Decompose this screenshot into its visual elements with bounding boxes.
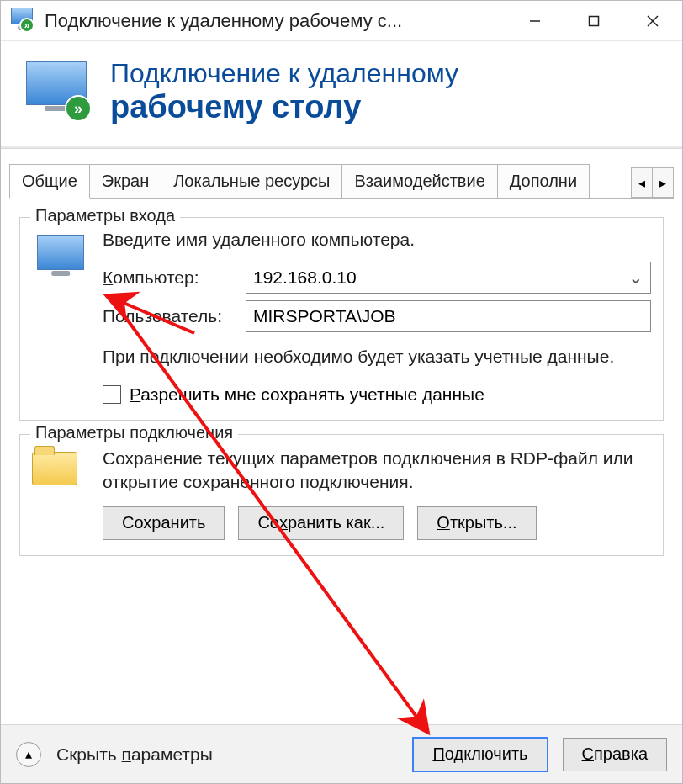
connect-button[interactable]: Подключить — [413, 738, 547, 771]
tab-general[interactable]: Общие — [9, 164, 90, 199]
help-button[interactable]: Справка — [563, 738, 667, 771]
tab-scroll-left-icon[interactable]: ◂ — [631, 167, 653, 198]
app-icon: » — [8, 6, 38, 36]
header-title: Подключение к удаленному рабочему столу — [110, 58, 458, 125]
chevron-down-icon: ⌄ — [628, 268, 643, 288]
svg-rect-1 — [590, 16, 599, 25]
login-group: Параметры входа Введите имя удаленного к… — [19, 217, 664, 420]
computer-combo[interactable]: 192.168.0.10 ⌄ — [246, 262, 651, 294]
maximize-button[interactable] — [564, 1, 623, 41]
save-as-button[interactable]: Сохранить как... — [238, 506, 404, 540]
user-label: Пользователь: — [103, 306, 246, 326]
collapse-options-button[interactable]: ▴ — [16, 742, 41, 767]
titlebar: » Подключение к удаленному рабочему с... — [1, 1, 682, 41]
tab-display[interactable]: Экран — [89, 164, 161, 198]
open-button[interactable]: Открыть... — [417, 506, 536, 540]
close-button[interactable] — [623, 1, 682, 41]
tab-experience[interactable]: Взаимодействие — [342, 164, 497, 198]
bottom-bar: ▴ Скрыть параметры Подключить Справка — [1, 724, 682, 783]
minimize-button[interactable] — [506, 1, 564, 41]
header-line2: рабочему столу — [110, 89, 458, 126]
user-field[interactable]: MIRSPORTA\JOB — [246, 300, 651, 332]
monitor-icon — [32, 230, 103, 404]
remember-label: Разрешить мне сохранять учетные данные — [130, 384, 484, 405]
computer-label: Компьютер: — [103, 268, 246, 288]
save-button[interactable]: Сохранить — [103, 506, 225, 540]
tab-page: Параметры входа Введите имя удаленного к… — [9, 198, 674, 574]
login-intro: Введите имя удаленного компьютера. — [103, 230, 651, 250]
folder-icon — [32, 447, 103, 540]
user-value: MIRSPORTA\JOB — [253, 306, 396, 326]
credentials-note: При подключении необходимо будет указать… — [103, 344, 651, 368]
connection-group-legend: Параметры подключения — [30, 423, 238, 442]
tabstrip: Общие Экран Локальные ресурсы Взаимодейс… — [1, 149, 682, 198]
tab-scroll: ◂ ▸ — [632, 167, 674, 198]
rdp-hero-icon: » — [21, 58, 97, 125]
hide-options-label[interactable]: Скрыть параметры — [56, 744, 213, 765]
rdp-window: » Подключение к удаленному рабочему с...… — [0, 0, 683, 784]
header-banner: » Подключение к удаленному рабочему стол… — [1, 41, 682, 146]
tab-scroll-right-icon[interactable]: ▸ — [652, 167, 674, 198]
header-line1: Подключение к удаленному — [110, 58, 458, 89]
computer-value: 192.168.0.10 — [253, 268, 357, 288]
tab-local-resources[interactable]: Локальные ресурсы — [161, 164, 342, 198]
connection-group: Параметры подключения Сохранение текущих… — [19, 434, 664, 556]
tab-advanced[interactable]: Дополни — [497, 164, 590, 198]
window-title: Подключение к удаленному рабочему с... — [45, 10, 506, 32]
remember-checkbox[interactable] — [103, 385, 121, 404]
login-group-legend: Параметры входа — [30, 206, 180, 225]
connection-desc: Сохранение текущих параметров подключени… — [103, 447, 651, 495]
